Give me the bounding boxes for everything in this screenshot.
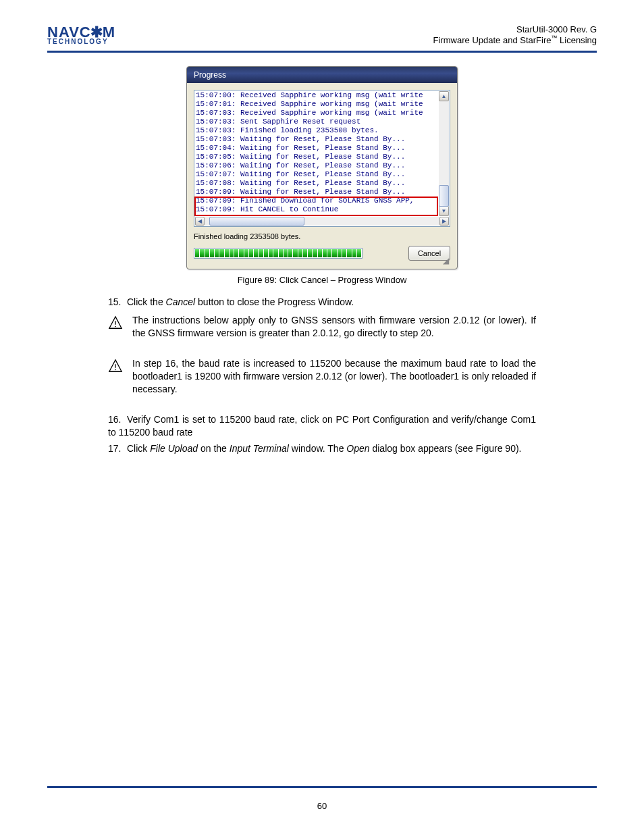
dialog-titlebar: Progress xyxy=(187,67,457,83)
step-num: 15. xyxy=(108,296,127,309)
doc-header: NAVC✱M TECHNOLOGY StarUtil-3000 Rev. G F… xyxy=(47,24,597,45)
scroll-up-icon[interactable]: ▲ xyxy=(439,91,449,101)
warning-icon xyxy=(108,315,123,330)
step-num: 17. xyxy=(108,442,127,455)
note-1-text: The instructions below apply only to GNS… xyxy=(132,314,536,340)
step-num: 16. xyxy=(108,413,127,426)
note-2: In step 16, the baud rate is increased t… xyxy=(108,357,536,396)
header-right: StarUtil-3000 Rev. G Firmware Update and… xyxy=(433,24,597,45)
body-text: 15.Click the Cancel button to close the … xyxy=(108,296,536,309)
progress-dialog: Progress 15:07:00: Received Sapphire wor… xyxy=(186,66,458,269)
svg-point-2 xyxy=(115,326,116,328)
note-2-text: In step 16, the baud rate is increased t… xyxy=(132,357,536,396)
v-scroll-track[interactable] xyxy=(439,101,449,206)
warning-icon xyxy=(108,359,123,373)
h-scroll-track[interactable] xyxy=(205,217,439,226)
step-15: 15.Click the Cancel button to close the … xyxy=(108,296,536,309)
scroll-left-icon[interactable]: ◀ xyxy=(195,217,205,226)
v-scroll-thumb[interactable] xyxy=(439,185,449,207)
top-rule xyxy=(47,51,597,53)
body-text-2: 16.Verify Com1 is set to 115200 baud rat… xyxy=(108,413,536,456)
logo-bottom: TECHNOLOGY xyxy=(47,38,115,45)
step-17: 17.Click File Upload on the Input Termin… xyxy=(108,442,536,455)
scroll-right-icon[interactable]: ▶ xyxy=(439,217,449,226)
header-right-line1: StarUtil-3000 Rev. G xyxy=(433,24,597,34)
figure-caption: Figure 89: Click Cancel – Progress Windo… xyxy=(47,275,597,285)
scroll-down-icon[interactable]: ▼ xyxy=(439,206,449,216)
step-16: 16.Verify Com1 is set to 115200 baud rat… xyxy=(108,413,536,439)
status-text: Finished loading 2353508 bytes. xyxy=(194,232,450,240)
log-textarea[interactable]: 15:07:00: Received Sapphire working msg … xyxy=(194,90,450,227)
note-1: The instructions below apply only to GNS… xyxy=(108,314,536,340)
bottom-rule xyxy=(47,786,597,788)
header-right-line2: Firmware Update and StarFire™ Licensing xyxy=(433,34,597,45)
h-scroll-thumb[interactable] xyxy=(209,217,304,226)
page-number: 60 xyxy=(47,801,597,811)
progress-row: Cancel xyxy=(194,246,450,261)
dialog-body: 15:07:00: Received Sapphire working msg … xyxy=(187,83,457,269)
progress-bar xyxy=(194,248,363,259)
svg-point-5 xyxy=(115,369,116,371)
vertical-scrollbar[interactable]: ▲ ▼ xyxy=(439,91,449,216)
horizontal-scrollbar[interactable]: ◀ ▶ xyxy=(195,217,449,226)
log-lines: 15:07:00: Received Sapphire working msg … xyxy=(196,91,438,216)
logo-top: NAVC✱M xyxy=(47,26,115,39)
navcom-logo: NAVC✱M TECHNOLOGY xyxy=(47,26,115,46)
